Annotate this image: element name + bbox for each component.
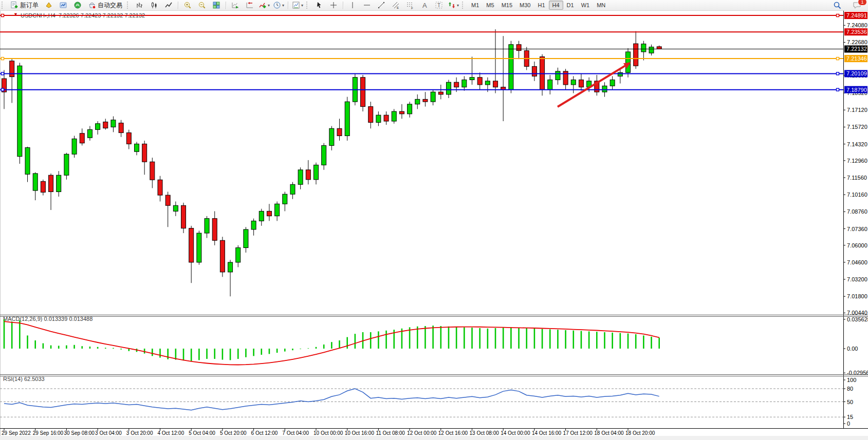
dropdown-caret-icon: ▾ (268, 3, 270, 8)
chart-profile-button[interactable] (42, 0, 56, 10)
timeframe-button-m15[interactable]: M15 (498, 1, 516, 10)
toolbar-grip (306, 2, 309, 9)
rsi-pane: 1008050150 (0, 377, 856, 427)
notification-badge: 1 (858, 0, 867, 6)
timeframe-button-m1[interactable]: M1 (468, 1, 483, 10)
svg-text:17 Oct 12:00: 17 Oct 12:00 (563, 430, 593, 436)
svg-text:7.04600: 7.04600 (847, 259, 867, 265)
svg-text:0.035628: 0.035628 (847, 316, 868, 322)
timeframe-button-m5[interactable]: M5 (483, 1, 497, 10)
line-chart-icon (164, 1, 173, 9)
text-tool-icon: A (420, 1, 429, 9)
timeframe-button-h4[interactable]: H4 (549, 1, 563, 10)
signals-icon (73, 1, 82, 9)
price-axis[interactable]: 7.240807.226807.199607.185207.171207.157… (843, 22, 867, 316)
svg-text:0.00: 0.00 (847, 346, 858, 352)
toolbar-grip (462, 2, 465, 9)
search-icon (833, 1, 842, 10)
fibonacci-icon: F (406, 1, 414, 9)
cursor-tool-button[interactable] (312, 0, 326, 10)
text-label-tool-button[interactable]: T (432, 0, 446, 10)
vertical-line-icon (348, 1, 357, 9)
periods-button[interactable]: ▾ (271, 0, 286, 10)
autotrading-label: 自动交易 (98, 1, 122, 10)
svg-text:10 Oct 16:00: 10 Oct 16:00 (345, 430, 375, 436)
timeframe-button-mn[interactable]: MN (593, 1, 609, 10)
svg-text:7.07360: 7.07360 (847, 226, 867, 232)
candlestick-chart-button[interactable] (147, 0, 161, 10)
svg-text:4 Oct 12:00: 4 Oct 12:00 (158, 430, 184, 436)
toolbar-grip (127, 2, 130, 9)
equidistant-channel-icon: E (392, 1, 400, 9)
arrows-tool-button[interactable]: ▾ (446, 0, 460, 10)
timeframe-button-w1[interactable]: W1 (578, 1, 594, 10)
svg-text:7.17120: 7.17120 (847, 107, 867, 113)
svg-text:7.24891: 7.24891 (846, 12, 867, 18)
horizontal-line-tool-button[interactable] (360, 0, 374, 10)
zoom-out-icon (198, 1, 206, 9)
svg-text:7.06000: 7.06000 (847, 242, 867, 248)
text-tool-button[interactable]: A (417, 0, 432, 10)
price-chart[interactable]: 7.240807.226807.199607.185207.171207.157… (0, 0, 868, 440)
svg-text:7.10160: 7.10160 (847, 192, 867, 198)
text-label-icon: T (435, 1, 443, 9)
svg-text:A: A (422, 2, 427, 9)
zoom-in-icon (183, 1, 192, 9)
svg-text:3 Oct 20:00: 3 Oct 20:00 (126, 430, 153, 436)
horizontal-line-icon (363, 1, 371, 9)
market-watch-button[interactable] (56, 0, 70, 10)
svg-text:29 Sep 16:00: 29 Sep 16:00 (33, 430, 64, 436)
date-axis[interactable]: 29 Sep 202229 Sep 16:0030 Sep 08:003 Oct… (2, 428, 655, 436)
new-order-label: 新订单 (20, 1, 39, 10)
notifications-button[interactable]: 1 (849, 0, 864, 10)
svg-text:14 Oct 00:00: 14 Oct 00:00 (501, 430, 530, 436)
autotrading-icon (88, 1, 96, 9)
channel-tool-button[interactable]: E (389, 0, 403, 10)
tile-windows-button[interactable] (209, 0, 224, 10)
toolbar-separator (226, 2, 226, 9)
svg-text:100: 100 (847, 377, 856, 383)
timeframe-button-m30[interactable]: M30 (516, 1, 534, 10)
svg-text:7.14320: 7.14320 (847, 141, 867, 147)
indicators-button[interactable]: ▾ (257, 0, 271, 10)
zoom-out-button[interactable] (195, 0, 209, 10)
svg-text:11 Oct 08:00: 11 Oct 08:00 (376, 430, 405, 436)
svg-text:5 Oct 20:00: 5 Oct 20:00 (220, 430, 247, 436)
chart-shift-icon (246, 1, 254, 9)
vertical-line-tool-button[interactable] (345, 0, 360, 10)
toolbar: 新订单 自动交易 ▾ ▾ ▾ E F A T ▾ M1M5M15M30H1H4D… (0, 0, 868, 11)
trendline-tool-button[interactable] (374, 0, 389, 10)
svg-text:7.15720: 7.15720 (847, 124, 867, 130)
svg-text:F: F (411, 7, 413, 10)
svg-text:7.12960: 7.12960 (847, 158, 867, 164)
horizontal-line-objects[interactable] (0, 14, 843, 91)
svg-text:7.18790: 7.18790 (846, 87, 867, 93)
chart-shift-button[interactable] (243, 0, 257, 10)
svg-text:18 Oct 04:00: 18 Oct 04:00 (594, 430, 624, 436)
search-button[interactable] (830, 0, 844, 10)
timeframe-button-d1[interactable]: D1 (563, 1, 578, 10)
toolbar-grip (2, 2, 5, 9)
svg-text:15: 15 (847, 414, 853, 420)
toolbar-separator (288, 2, 288, 9)
svg-text:3 Oct 04:00: 3 Oct 04:00 (95, 430, 122, 436)
bar-chart-button[interactable] (133, 0, 147, 10)
macd-pane: 0.0356280.00-0.029561 (4, 316, 868, 376)
svg-text:7.11560: 7.11560 (847, 175, 867, 181)
chart-frame (0, 10, 868, 440)
line-chart-button[interactable] (161, 0, 176, 10)
autotrading-button[interactable]: 自动交易 (85, 0, 125, 10)
svg-text:7.24080: 7.24080 (847, 22, 867, 28)
auto-scroll-button[interactable] (228, 0, 243, 10)
fibonacci-tool-button[interactable]: F (403, 0, 417, 10)
signals-button[interactable] (70, 0, 85, 10)
template-button[interactable]: ▾ (290, 0, 305, 10)
svg-text:6 Oct 12:00: 6 Oct 12:00 (251, 430, 278, 436)
timeframe-button-h1[interactable]: H1 (534, 1, 548, 10)
zoom-in-button[interactable] (180, 0, 195, 10)
svg-text:7.00440: 7.00440 (847, 310, 867, 316)
auto-scroll-icon (231, 1, 239, 9)
svg-text:14 Oct 16:00: 14 Oct 16:00 (532, 430, 562, 436)
new-order-button[interactable]: 新订单 (7, 0, 42, 10)
crosshair-tool-button[interactable] (326, 0, 341, 10)
